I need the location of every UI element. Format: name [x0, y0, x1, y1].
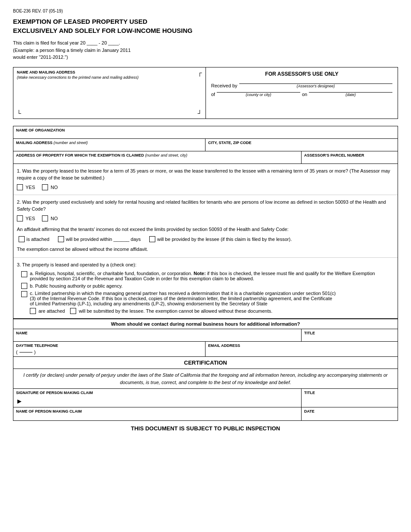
- phone-label: DAYTIME TELEPHONE: [16, 343, 202, 348]
- affidavit-days-checkbox[interactable]: [58, 236, 64, 242]
- q3c-opt2-label: will be submitted by the lessee. The exe…: [79, 308, 272, 314]
- address-box: NAME AND MAILING ADDRESS (Make necessary…: [13, 67, 206, 119]
- question-2-section: 2. Was the property used exclusively and…: [13, 195, 398, 258]
- q1-no-label: NO: [51, 185, 58, 190]
- q2-yes-label: YES: [26, 216, 35, 221]
- sig-arrow-icon: ►: [16, 397, 23, 405]
- contact-title-cell: TITLE: [302, 329, 398, 341]
- main-title: EXEMPTION OF LEASED PROPERTY USED EXCLUS…: [13, 17, 398, 35]
- of-line: of (county or city) on (date): [211, 92, 392, 97]
- q3c-row: c. Limited partnership in which the mana…: [21, 291, 394, 306]
- city-state-zip-cell: CITY, STATE, ZIP CODE: [206, 139, 398, 151]
- affidavit-opt3-label: will be provided by the lessee (if this …: [157, 237, 292, 242]
- q3c-text: c. Limited partnership in which the mana…: [30, 291, 336, 306]
- contact-header: Whom should we contact during normal bus…: [13, 319, 398, 329]
- mailing-address-label: MAILING ADDRESS (number and street): [16, 141, 202, 145]
- org-name-label: NAME OF ORGANIZATION: [16, 128, 395, 132]
- affidavit-lessee-checkbox[interactable]: [149, 236, 155, 242]
- affidavit-intro: An affidavit affirming that the tenants'…: [17, 224, 394, 235]
- corner-bottom-right: ┘: [198, 110, 202, 117]
- property-address-label: ADDRESS OF PROPERTY FOR WHICH THE EXEMPT…: [16, 153, 299, 157]
- contact-phone-row: DAYTIME TELEPHONE ( ) EMAIL ADDRESS: [13, 342, 398, 357]
- q2-yes-checkbox[interactable]: [17, 215, 23, 221]
- mailing-row: MAILING ADDRESS (number and street) CITY…: [13, 139, 398, 151]
- cert-header: CERTIFICATION: [13, 357, 398, 369]
- intro-text: This claim is filed for fiscal year 20 _…: [13, 39, 398, 61]
- q3a-checkbox[interactable]: [21, 271, 27, 277]
- q3-text: 3. The property is leased and operated b…: [17, 261, 394, 269]
- property-address-cell: ADDRESS OF PROPERTY FOR WHICH THE EXEMPT…: [13, 151, 302, 163]
- q3c-options: are attached will be submitted by the le…: [30, 308, 394, 314]
- sig-title-label: TITLE: [304, 391, 395, 395]
- footer-text: THIS DOCUMENT IS SUBJECT TO PUBLIC INSPE…: [13, 421, 398, 433]
- sig-cell: SIGNATURE OF PERSON MAKING CLAIM ►: [13, 389, 302, 407]
- date-label: DATE: [304, 409, 395, 413]
- affidavit-opt1-label: is attached: [26, 237, 49, 242]
- q2-no-label: NO: [51, 216, 58, 221]
- question-3-section: 3. The property is leased and operated b…: [13, 258, 398, 319]
- q3c-opt1-label: are attached: [39, 308, 65, 314]
- q2-text: 2. Was the property used exclusively and…: [17, 199, 394, 213]
- q3b-row: b. Public housing authority or public ag…: [21, 283, 394, 289]
- email-label: EMAIL ADDRESS: [208, 343, 395, 348]
- contact-name-cell: NAME: [13, 329, 302, 341]
- q1-no-checkbox[interactable]: [42, 184, 48, 190]
- received-by-line: Received by (Assessor's designee): [211, 83, 392, 88]
- affidavit-opt3: will be provided by the lessee (if this …: [149, 236, 292, 242]
- address-label: NAME AND MAILING ADDRESS: [17, 70, 202, 74]
- affidavit-options: is attached will be provided within ____…: [19, 236, 394, 242]
- assessor-title: FOR ASSESSOR'S USE ONLY: [211, 71, 392, 77]
- parcel-number-label: ASSESSOR'S PARCEL NUMBER: [304, 153, 395, 157]
- sig-title-cell: TITLE: [302, 389, 398, 407]
- affidavit-attached-checkbox[interactable]: [19, 236, 25, 242]
- affidavit-opt2: will be provided within ______ days: [58, 236, 141, 242]
- address-sublabel: (Make necessary corrections to the print…: [17, 75, 202, 80]
- q3b-text: b. Public housing authority or public ag…: [30, 283, 122, 288]
- q2-options: YES NO: [17, 215, 394, 221]
- cert-text: I certify (or declare) under penalty of …: [13, 369, 398, 389]
- corner-bottom-left: └: [17, 110, 21, 117]
- contact-name-row: NAME TITLE: [13, 329, 398, 342]
- contact-title-label: TITLE: [304, 331, 395, 335]
- sig-row: SIGNATURE OF PERSON MAKING CLAIM ► TITLE: [13, 389, 398, 407]
- affidavit-opt1: is attached: [19, 236, 49, 242]
- assessor-box: FOR ASSESSOR'S USE ONLY Received by (Ass…: [206, 67, 398, 119]
- q3a-row: a. Religious, hospital, scientific, or c…: [21, 271, 394, 281]
- q2-no-checkbox[interactable]: [42, 215, 48, 221]
- q1-text: 1. Was the property leased to the lessee…: [17, 167, 394, 182]
- q3c-submit-checkbox[interactable]: [70, 308, 76, 314]
- question-1-section: 1. Was the property leased to the lessee…: [13, 164, 398, 195]
- name-cell: NAME OF PERSON MAKING CLAIM: [13, 407, 302, 420]
- q1-yes-checkbox[interactable]: [17, 184, 23, 190]
- phone-cell: DAYTIME TELEPHONE ( ): [13, 342, 206, 356]
- corner-top-right: ┌: [198, 69, 202, 76]
- org-name-cell: NAME OF ORGANIZATION: [13, 126, 398, 138]
- q3b-checkbox[interactable]: [21, 283, 27, 289]
- q1-options: YES NO: [17, 184, 394, 190]
- phone-format: ( ): [16, 349, 202, 355]
- name-date-row: NAME OF PERSON MAKING CLAIM DATE: [13, 407, 398, 420]
- parcel-number-cell: ASSESSOR'S PARCEL NUMBER: [302, 151, 398, 163]
- main-form: NAME OF ORGANIZATION MAILING ADDRESS (nu…: [13, 126, 398, 421]
- q3c-attached-checkbox[interactable]: [30, 308, 36, 314]
- city-state-zip-label: CITY, STATE, ZIP CODE: [208, 141, 395, 145]
- q1-yes-label: YES: [26, 185, 35, 190]
- sig-label: SIGNATURE OF PERSON MAKING CLAIM: [16, 391, 299, 395]
- date-cell: DATE: [302, 407, 398, 420]
- q3a-text: a. Religious, hospital, scientific, or c…: [30, 271, 394, 281]
- org-name-row: NAME OF ORGANIZATION: [13, 126, 398, 139]
- q3c-checkbox[interactable]: [21, 291, 27, 297]
- form-number: BOE-236 REV. 07 (05-19): [13, 9, 398, 13]
- email-cell: EMAIL ADDRESS: [206, 342, 398, 356]
- property-row: ADDRESS OF PROPERTY FOR WHICH THE EXEMPT…: [13, 151, 398, 164]
- contact-name-label: NAME: [16, 331, 299, 335]
- mailing-address-cell: MAILING ADDRESS (number and street): [13, 139, 206, 151]
- affidavit-opt2-label: will be provided within ______ days: [66, 237, 141, 242]
- exemption-note: The exemption cannot be allowed without …: [17, 244, 394, 255]
- name-label: NAME OF PERSON MAKING CLAIM: [16, 409, 299, 413]
